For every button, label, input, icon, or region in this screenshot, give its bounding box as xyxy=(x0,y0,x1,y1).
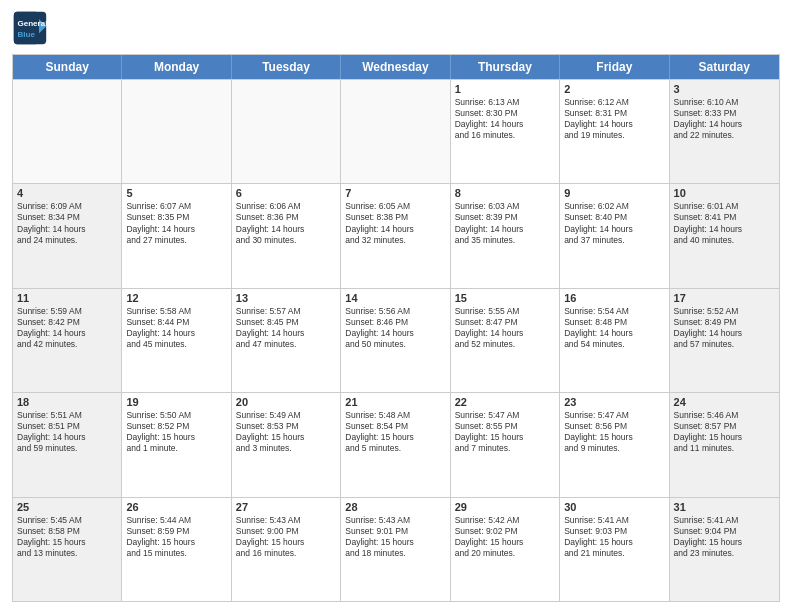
day-number: 24 xyxy=(674,396,775,408)
cell-info: Sunrise: 5:58 AMSunset: 8:44 PMDaylight:… xyxy=(126,306,226,350)
calendar-cell: 14Sunrise: 5:56 AMSunset: 8:46 PMDayligh… xyxy=(341,289,450,392)
cell-info: Sunrise: 6:06 AMSunset: 8:36 PMDaylight:… xyxy=(236,201,336,245)
day-number: 8 xyxy=(455,187,555,199)
calendar-cell: 21Sunrise: 5:48 AMSunset: 8:54 PMDayligh… xyxy=(341,393,450,496)
day-number: 12 xyxy=(126,292,226,304)
day-number: 26 xyxy=(126,501,226,513)
day-number: 1 xyxy=(455,83,555,95)
cell-info: Sunrise: 6:01 AMSunset: 8:41 PMDaylight:… xyxy=(674,201,775,245)
logo: General Blue xyxy=(12,10,48,46)
calendar-cell: 24Sunrise: 5:46 AMSunset: 8:57 PMDayligh… xyxy=(670,393,779,496)
cell-info: Sunrise: 6:02 AMSunset: 8:40 PMDaylight:… xyxy=(564,201,664,245)
calendar-cell: 17Sunrise: 5:52 AMSunset: 8:49 PMDayligh… xyxy=(670,289,779,392)
calendar-cell xyxy=(13,80,122,183)
cell-info: Sunrise: 5:50 AMSunset: 8:52 PMDaylight:… xyxy=(126,410,226,454)
calendar-cell: 25Sunrise: 5:45 AMSunset: 8:58 PMDayligh… xyxy=(13,498,122,601)
weekday-header: Monday xyxy=(122,55,231,79)
calendar-cell: 7Sunrise: 6:05 AMSunset: 8:38 PMDaylight… xyxy=(341,184,450,287)
day-number: 28 xyxy=(345,501,445,513)
cell-info: Sunrise: 5:59 AMSunset: 8:42 PMDaylight:… xyxy=(17,306,117,350)
day-number: 10 xyxy=(674,187,775,199)
day-number: 18 xyxy=(17,396,117,408)
cell-info: Sunrise: 5:57 AMSunset: 8:45 PMDaylight:… xyxy=(236,306,336,350)
calendar-cell: 4Sunrise: 6:09 AMSunset: 8:34 PMDaylight… xyxy=(13,184,122,287)
calendar-cell: 2Sunrise: 6:12 AMSunset: 8:31 PMDaylight… xyxy=(560,80,669,183)
cell-info: Sunrise: 5:47 AMSunset: 8:56 PMDaylight:… xyxy=(564,410,664,454)
day-number: 13 xyxy=(236,292,336,304)
cell-info: Sunrise: 6:07 AMSunset: 8:35 PMDaylight:… xyxy=(126,201,226,245)
day-number: 9 xyxy=(564,187,664,199)
day-number: 27 xyxy=(236,501,336,513)
calendar-cell: 1Sunrise: 6:13 AMSunset: 8:30 PMDaylight… xyxy=(451,80,560,183)
day-number: 19 xyxy=(126,396,226,408)
calendar-header: SundayMondayTuesdayWednesdayThursdayFrid… xyxy=(13,55,779,79)
calendar-cell: 13Sunrise: 5:57 AMSunset: 8:45 PMDayligh… xyxy=(232,289,341,392)
day-number: 29 xyxy=(455,501,555,513)
calendar-row: 1Sunrise: 6:13 AMSunset: 8:30 PMDaylight… xyxy=(13,79,779,183)
day-number: 23 xyxy=(564,396,664,408)
weekday-header: Thursday xyxy=(451,55,560,79)
calendar-body: 1Sunrise: 6:13 AMSunset: 8:30 PMDaylight… xyxy=(13,79,779,601)
day-number: 6 xyxy=(236,187,336,199)
cell-info: Sunrise: 5:41 AMSunset: 9:04 PMDaylight:… xyxy=(674,515,775,559)
calendar-cell: 30Sunrise: 5:41 AMSunset: 9:03 PMDayligh… xyxy=(560,498,669,601)
calendar-cell: 23Sunrise: 5:47 AMSunset: 8:56 PMDayligh… xyxy=(560,393,669,496)
cell-info: Sunrise: 5:51 AMSunset: 8:51 PMDaylight:… xyxy=(17,410,117,454)
cell-info: Sunrise: 5:41 AMSunset: 9:03 PMDaylight:… xyxy=(564,515,664,559)
calendar-cell: 9Sunrise: 6:02 AMSunset: 8:40 PMDaylight… xyxy=(560,184,669,287)
cell-info: Sunrise: 6:03 AMSunset: 8:39 PMDaylight:… xyxy=(455,201,555,245)
cell-info: Sunrise: 5:55 AMSunset: 8:47 PMDaylight:… xyxy=(455,306,555,350)
cell-info: Sunrise: 5:43 AMSunset: 9:01 PMDaylight:… xyxy=(345,515,445,559)
day-number: 30 xyxy=(564,501,664,513)
day-number: 20 xyxy=(236,396,336,408)
day-number: 2 xyxy=(564,83,664,95)
cell-info: Sunrise: 5:42 AMSunset: 9:02 PMDaylight:… xyxy=(455,515,555,559)
calendar-cell: 19Sunrise: 5:50 AMSunset: 8:52 PMDayligh… xyxy=(122,393,231,496)
calendar-cell: 28Sunrise: 5:43 AMSunset: 9:01 PMDayligh… xyxy=(341,498,450,601)
cell-info: Sunrise: 5:45 AMSunset: 8:58 PMDaylight:… xyxy=(17,515,117,559)
calendar-row: 11Sunrise: 5:59 AMSunset: 8:42 PMDayligh… xyxy=(13,288,779,392)
day-number: 25 xyxy=(17,501,117,513)
cell-info: Sunrise: 5:44 AMSunset: 8:59 PMDaylight:… xyxy=(126,515,226,559)
day-number: 5 xyxy=(126,187,226,199)
weekday-header: Friday xyxy=(560,55,669,79)
cell-info: Sunrise: 6:12 AMSunset: 8:31 PMDaylight:… xyxy=(564,97,664,141)
weekday-header: Sunday xyxy=(13,55,122,79)
calendar-cell xyxy=(122,80,231,183)
cell-info: Sunrise: 5:56 AMSunset: 8:46 PMDaylight:… xyxy=(345,306,445,350)
day-number: 31 xyxy=(674,501,775,513)
cell-info: Sunrise: 5:52 AMSunset: 8:49 PMDaylight:… xyxy=(674,306,775,350)
calendar-cell: 11Sunrise: 5:59 AMSunset: 8:42 PMDayligh… xyxy=(13,289,122,392)
day-number: 14 xyxy=(345,292,445,304)
calendar-cell: 16Sunrise: 5:54 AMSunset: 8:48 PMDayligh… xyxy=(560,289,669,392)
svg-text:General: General xyxy=(17,19,47,28)
cell-info: Sunrise: 5:47 AMSunset: 8:55 PMDaylight:… xyxy=(455,410,555,454)
calendar-cell: 20Sunrise: 5:49 AMSunset: 8:53 PMDayligh… xyxy=(232,393,341,496)
calendar-row: 4Sunrise: 6:09 AMSunset: 8:34 PMDaylight… xyxy=(13,183,779,287)
header: General Blue xyxy=(12,10,780,46)
calendar-row: 25Sunrise: 5:45 AMSunset: 8:58 PMDayligh… xyxy=(13,497,779,601)
calendar-row: 18Sunrise: 5:51 AMSunset: 8:51 PMDayligh… xyxy=(13,392,779,496)
page: General Blue SundayMondayTuesdayWednesda… xyxy=(0,0,792,612)
calendar-cell xyxy=(232,80,341,183)
weekday-header: Tuesday xyxy=(232,55,341,79)
cell-info: Sunrise: 6:05 AMSunset: 8:38 PMDaylight:… xyxy=(345,201,445,245)
cell-info: Sunrise: 5:43 AMSunset: 9:00 PMDaylight:… xyxy=(236,515,336,559)
day-number: 11 xyxy=(17,292,117,304)
day-number: 17 xyxy=(674,292,775,304)
day-number: 21 xyxy=(345,396,445,408)
day-number: 15 xyxy=(455,292,555,304)
day-number: 7 xyxy=(345,187,445,199)
day-number: 3 xyxy=(674,83,775,95)
calendar-cell: 22Sunrise: 5:47 AMSunset: 8:55 PMDayligh… xyxy=(451,393,560,496)
logo-icon: General Blue xyxy=(12,10,48,46)
calendar-cell: 5Sunrise: 6:07 AMSunset: 8:35 PMDaylight… xyxy=(122,184,231,287)
calendar-cell: 15Sunrise: 5:55 AMSunset: 8:47 PMDayligh… xyxy=(451,289,560,392)
calendar-cell: 27Sunrise: 5:43 AMSunset: 9:00 PMDayligh… xyxy=(232,498,341,601)
calendar-cell: 8Sunrise: 6:03 AMSunset: 8:39 PMDaylight… xyxy=(451,184,560,287)
calendar: SundayMondayTuesdayWednesdayThursdayFrid… xyxy=(12,54,780,602)
calendar-cell: 10Sunrise: 6:01 AMSunset: 8:41 PMDayligh… xyxy=(670,184,779,287)
cell-info: Sunrise: 6:10 AMSunset: 8:33 PMDaylight:… xyxy=(674,97,775,141)
cell-info: Sunrise: 5:54 AMSunset: 8:48 PMDaylight:… xyxy=(564,306,664,350)
cell-info: Sunrise: 6:13 AMSunset: 8:30 PMDaylight:… xyxy=(455,97,555,141)
